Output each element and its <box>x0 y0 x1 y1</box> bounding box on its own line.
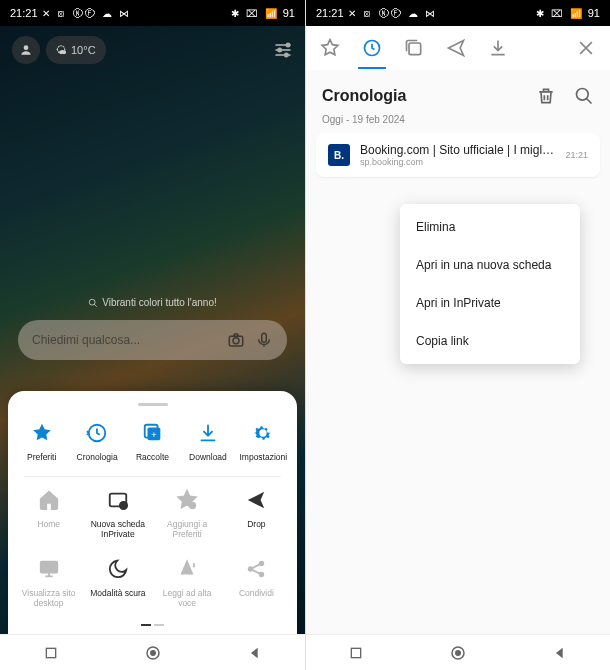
person-icon <box>19 43 33 57</box>
status-bar: 21:21 ✕ ⦻ ⓃⒻ ☁ ⋈ ✱ ⌧ 📶 91 <box>0 0 305 26</box>
favorites-button[interactable]: Preferiti <box>14 420 69 462</box>
svg-point-34 <box>456 650 461 655</box>
weather-chip[interactable]: 🌤 10°C <box>46 36 106 64</box>
page-title: Cronologia <box>322 87 406 105</box>
filter-button[interactable] <box>273 40 293 60</box>
sheet-row-2: Home + Nuova scheda InPrivate + Aggiungi… <box>14 481 291 549</box>
sheet-handle[interactable] <box>138 403 168 406</box>
search-placeholder: Chiedimi qualcosa... <box>32 333 217 347</box>
svg-point-24 <box>260 572 264 576</box>
status-bar: 21:21 ✕ ⦻ ⓃⒻ ☁ ⋈ ✱ ⌧ 📶 91 <box>306 0 610 26</box>
tab-strip <box>306 26 610 70</box>
star-plus-icon: + <box>176 489 198 511</box>
phone-left: 21:21 ✕ ⦻ ⓃⒻ ☁ ⋈ ✱ ⌧ 📶 91 🌤 10°C Vibrant… <box>0 0 305 670</box>
desktop-icon <box>38 558 60 580</box>
history-item-time: 21:21 <box>565 150 588 160</box>
collections-icon: + <box>142 422 164 444</box>
camera-icon[interactable] <box>227 331 245 349</box>
status-time: 21:21 <box>10 7 38 19</box>
menu-delete[interactable]: Elimina <box>400 208 580 246</box>
svg-point-27 <box>150 650 155 655</box>
read-aloud-icon <box>176 558 198 580</box>
history-icon <box>362 38 382 58</box>
add-favorite-button[interactable]: + Aggiungi a Preferiti <box>159 487 215 539</box>
tab-collections[interactable] <box>404 38 424 58</box>
search-history-button[interactable] <box>574 86 594 106</box>
nav-bar <box>306 634 610 670</box>
status-battery: 91 <box>588 7 600 19</box>
dark-mode-button[interactable]: Modalità scura <box>90 556 146 608</box>
collections-button[interactable]: + Raccolte <box>125 420 180 462</box>
svg-point-23 <box>260 561 264 565</box>
svg-rect-25 <box>46 648 55 657</box>
section-header: Cronologia <box>306 70 610 114</box>
share-button[interactable]: Condividi <box>228 556 284 608</box>
status-battery: 91 <box>283 7 295 19</box>
page-indicator <box>14 624 291 626</box>
svg-rect-21 <box>40 561 57 572</box>
nav-recent[interactable] <box>43 645 59 661</box>
delete-all-button[interactable] <box>536 86 556 106</box>
history-screen: Cronologia Oggi - 19 feb 2024 B. Booking… <box>306 26 610 634</box>
nav-back[interactable] <box>247 645 263 661</box>
inprivate-icon: + <box>107 489 129 511</box>
svg-line-31 <box>587 99 592 104</box>
profile-chip[interactable] <box>12 36 40 64</box>
svg-point-10 <box>233 338 239 344</box>
svg-line-8 <box>94 304 97 307</box>
svg-point-0 <box>24 45 29 50</box>
svg-rect-11 <box>262 333 267 342</box>
nav-home[interactable] <box>144 644 162 662</box>
collections-icon <box>404 38 424 58</box>
nav-back[interactable] <box>552 645 568 661</box>
tab-favorites[interactable] <box>320 38 340 58</box>
history-item[interactable]: B. Booking.com | Sito ufficiale | I migl… <box>316 133 600 177</box>
svg-point-5 <box>278 48 281 51</box>
history-button[interactable]: Cronologia <box>69 420 124 462</box>
downloads-button[interactable]: Download <box>180 420 235 462</box>
download-icon <box>488 38 508 58</box>
menu-open-new-tab[interactable]: Apri in una nuova scheda <box>400 246 580 284</box>
status-indicators-left: ✕ ⦻ ⓃⒻ ☁ ⋈ <box>348 8 437 19</box>
status-time: 21:21 <box>316 7 344 19</box>
tab-drop[interactable] <box>446 38 466 58</box>
svg-point-22 <box>249 567 253 571</box>
desktop-site-button[interactable]: Visualizza sito desktop <box>21 556 77 608</box>
nav-home[interactable] <box>449 644 467 662</box>
tab-downloads[interactable] <box>488 38 508 58</box>
home-button[interactable]: Home <box>21 487 77 539</box>
nav-recent[interactable] <box>348 645 364 661</box>
history-icon <box>86 422 108 444</box>
new-inprivate-button[interactable]: + Nuova scheda InPrivate <box>90 487 146 539</box>
wallpaper-caption: Vibranti colori tutto l'anno! <box>0 297 305 308</box>
close-icon <box>576 38 596 58</box>
trash-icon <box>536 86 556 106</box>
svg-point-30 <box>577 89 589 101</box>
svg-rect-32 <box>352 648 361 657</box>
drop-button[interactable]: Drop <box>228 487 284 539</box>
nav-bar <box>0 634 305 670</box>
settings-button[interactable]: Impostazioni <box>236 420 291 462</box>
bottom-sheet: Preferiti Cronologia + Raccolte Download… <box>8 391 297 634</box>
send-icon <box>245 489 267 511</box>
top-chips: 🌤 10°C <box>0 36 305 64</box>
svg-rect-29 <box>409 43 421 55</box>
tab-history[interactable] <box>362 38 382 58</box>
star-icon <box>31 422 53 444</box>
mic-icon[interactable] <box>255 331 273 349</box>
gear-icon <box>252 422 274 444</box>
svg-point-6 <box>285 53 288 56</box>
history-item-url: sp.booking.com <box>360 157 555 167</box>
menu-open-inprivate[interactable]: Apri in InPrivate <box>400 284 580 322</box>
context-menu: Elimina Apri in una nuova scheda Apri in… <box>400 204 580 364</box>
moon-icon <box>107 558 129 580</box>
search-bar[interactable]: Chiedimi qualcosa... <box>18 320 287 360</box>
phone-right: 21:21 ✕ ⦻ ⓃⒻ ☁ ⋈ ✱ ⌧ 📶 91 Cronologia <box>305 0 610 670</box>
date-label: Oggi - 19 feb 2024 <box>306 114 610 133</box>
read-aloud-button[interactable]: Leggi ad alta voce <box>159 556 215 608</box>
menu-copy-link[interactable]: Copia link <box>400 322 580 360</box>
weather-temp: 10°C <box>71 44 96 56</box>
favicon: B. <box>328 144 350 166</box>
status-indicators-right: ✱ ⌧ 📶 <box>231 8 279 19</box>
close-button[interactable] <box>576 38 596 58</box>
